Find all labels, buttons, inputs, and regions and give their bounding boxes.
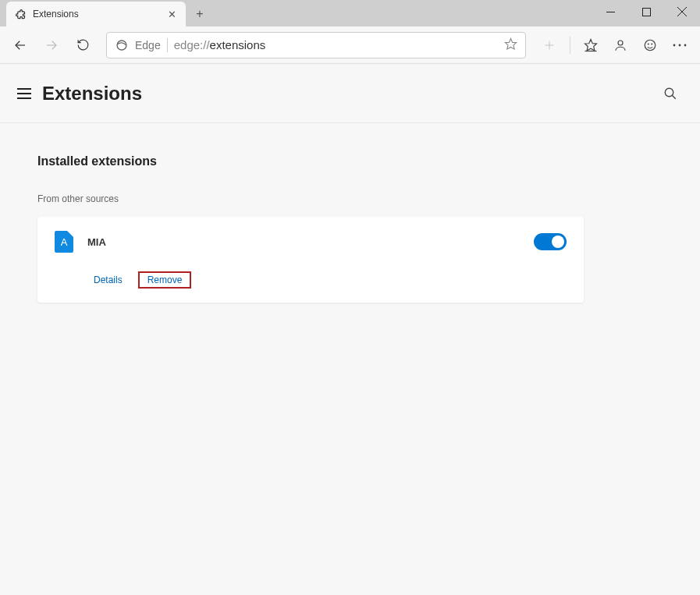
svg-point-15 bbox=[652, 44, 652, 44]
address-url: edge://extensions bbox=[174, 38, 498, 51]
window-controls bbox=[592, 0, 700, 23]
page-content: Installed extensions From other sources … bbox=[0, 123, 700, 334]
toolbar-actions bbox=[535, 31, 694, 59]
search-button[interactable] bbox=[656, 80, 684, 108]
more-menu-button[interactable] bbox=[666, 31, 694, 59]
new-tab-button[interactable]: + bbox=[189, 3, 211, 25]
details-button[interactable]: Details bbox=[87, 271, 129, 289]
close-tab-icon[interactable]: ✕ bbox=[165, 9, 178, 20]
svg-point-6 bbox=[117, 41, 126, 50]
svg-point-16 bbox=[673, 44, 676, 46]
edge-logo-icon bbox=[115, 38, 129, 52]
address-bar[interactable]: Edge edge://extensions bbox=[106, 32, 526, 58]
extension-row: A MIA bbox=[55, 231, 567, 253]
extensions-toolbar-icon[interactable] bbox=[535, 31, 563, 59]
from-other-sources-label: From other sources bbox=[37, 193, 663, 204]
remove-button[interactable]: Remove bbox=[138, 271, 192, 289]
svg-point-22 bbox=[665, 88, 673, 97]
svg-point-13 bbox=[645, 40, 656, 51]
extension-puzzle-icon bbox=[14, 8, 27, 20]
page-title: Extensions bbox=[42, 83, 656, 104]
extension-actions: Details Remove bbox=[55, 271, 567, 289]
page-header: Extensions bbox=[0, 64, 700, 123]
address-separator bbox=[167, 38, 168, 52]
refresh-button[interactable] bbox=[69, 31, 97, 59]
tab-title: Extensions bbox=[33, 9, 159, 19]
feedback-smiley-button[interactable] bbox=[636, 31, 664, 59]
svg-point-12 bbox=[618, 41, 623, 45]
extension-enable-toggle[interactable] bbox=[534, 233, 567, 250]
svg-rect-1 bbox=[642, 8, 650, 16]
favorites-button[interactable] bbox=[577, 31, 605, 59]
favorite-star-icon[interactable] bbox=[504, 37, 517, 53]
close-window-button[interactable] bbox=[664, 0, 700, 23]
extension-file-icon: A bbox=[55, 231, 73, 253]
svg-line-23 bbox=[672, 95, 676, 99]
svg-marker-7 bbox=[505, 38, 516, 48]
address-identity-label: Edge bbox=[135, 39, 161, 51]
extension-card: A MIA Details Remove bbox=[37, 217, 584, 303]
svg-point-17 bbox=[679, 44, 681, 46]
svg-marker-10 bbox=[585, 39, 597, 50]
menu-hamburger-icon[interactable] bbox=[16, 85, 33, 102]
profile-button[interactable] bbox=[606, 31, 634, 59]
extension-name: MIA bbox=[87, 236, 520, 248]
svg-point-14 bbox=[648, 44, 648, 44]
svg-point-18 bbox=[684, 44, 687, 46]
browser-tab[interactable]: Extensions ✕ bbox=[6, 2, 186, 27]
forward-button[interactable] bbox=[37, 31, 66, 59]
installed-extensions-heading: Installed extensions bbox=[37, 154, 663, 168]
maximize-button[interactable] bbox=[628, 0, 664, 23]
browser-toolbar: Edge edge://extensions bbox=[0, 27, 700, 64]
minimize-button[interactable] bbox=[592, 0, 628, 23]
window-titlebar: Extensions ✕ + bbox=[0, 0, 700, 27]
back-button[interactable] bbox=[6, 31, 34, 59]
